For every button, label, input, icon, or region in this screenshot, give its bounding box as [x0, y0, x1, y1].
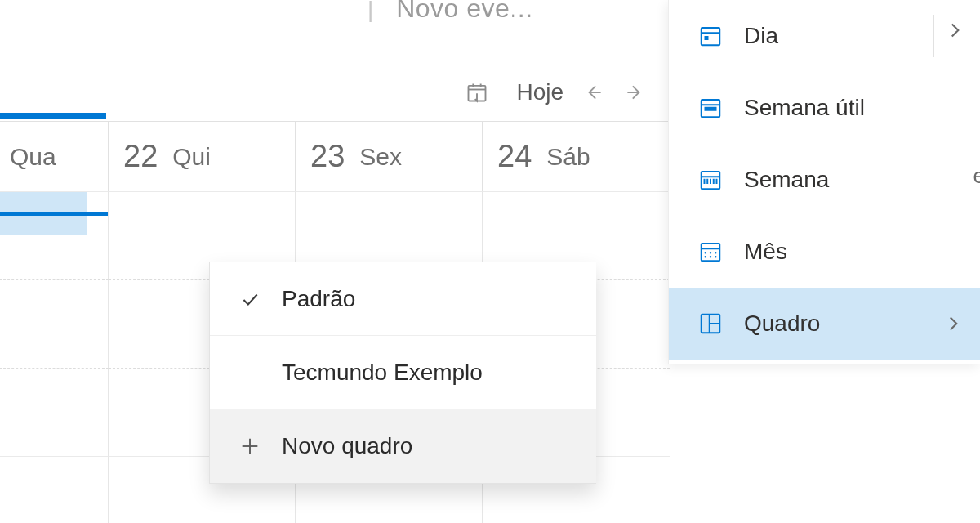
board-icon: [698, 311, 723, 336]
check-icon: [238, 288, 262, 310]
day-number: 24: [497, 139, 532, 174]
board-submenu: Padrão Tecmundo Exemplo Novo quadro: [209, 262, 596, 484]
new-event-label: Novo eve...: [396, 0, 532, 23]
submenu-item-new-board[interactable]: Novo quadro: [210, 409, 596, 483]
svg-point-24: [705, 256, 707, 258]
time-slot[interactable]: [0, 279, 109, 368]
svg-point-21: [705, 252, 707, 254]
svg-rect-11: [705, 107, 717, 111]
panel-divider: [670, 364, 980, 523]
view-item-label: Dia: [744, 23, 778, 49]
day-column-header[interactable]: 22 Qui: [109, 122, 296, 191]
day-column-header[interactable]: 23 Sex: [296, 122, 483, 191]
submenu-item-label: Padrão: [282, 286, 355, 312]
current-day-indicator: [0, 113, 106, 119]
day-abbrev: Qui: [172, 143, 211, 171]
view-item-month[interactable]: Mês: [669, 216, 980, 288]
day-number: 23: [310, 139, 345, 174]
view-item-label: Semana: [744, 167, 829, 193]
next-arrow-icon[interactable]: [624, 82, 645, 103]
submenu-item-custom[interactable]: Tecmundo Exemplo: [210, 336, 596, 409]
new-event-button[interactable]: | Novo eve...: [368, 0, 533, 24]
submenu-item-label: Novo quadro: [282, 433, 412, 459]
view-menu: Dia Semana útil Semana: [668, 0, 980, 364]
today-button[interactable]: Hoje: [516, 79, 564, 105]
chevron-right-icon: [942, 313, 964, 334]
svg-point-23: [715, 252, 717, 254]
prev-arrow-icon[interactable]: [583, 82, 604, 103]
date-nav-row: Hoje: [0, 72, 670, 113]
svg-point-22: [710, 252, 712, 254]
day-column-header[interactable]: 24 Sáb: [483, 122, 670, 191]
calendar-month-icon: [698, 239, 723, 264]
submenu-item-label: Tecmundo Exemplo: [282, 360, 483, 386]
calendar-header: Qua 22 Qui 23 Sex 24 Sáb: [0, 121, 670, 191]
day-abbrev: Qua: [10, 143, 56, 171]
svg-point-26: [715, 256, 717, 258]
svg-rect-8: [705, 36, 709, 40]
view-item-label: Quadro: [744, 311, 820, 337]
separator-icon: |: [368, 0, 374, 22]
view-item-workweek[interactable]: Semana útil: [669, 72, 980, 144]
submenu-item-default[interactable]: Padrão: [210, 262, 596, 336]
time-slot[interactable]: [0, 368, 109, 456]
day-column-header[interactable]: Qua: [0, 122, 109, 191]
view-item-label: Mês: [744, 239, 787, 265]
view-item-board[interactable]: Quadro: [669, 288, 980, 360]
calendar-today-icon[interactable]: [466, 81, 488, 104]
svg-point-25: [710, 256, 712, 258]
day-abbrev: Sex: [359, 143, 402, 171]
time-slot[interactable]: [0, 456, 109, 523]
view-item-week[interactable]: Semana: [669, 144, 980, 216]
truncated-text: e: [973, 163, 980, 189]
day-abbrev: Sáb: [546, 143, 590, 171]
plus-icon: [238, 435, 262, 458]
view-item-day[interactable]: Dia: [669, 0, 980, 72]
day-number: 22: [123, 139, 158, 174]
calendar-week-icon: [698, 168, 723, 192]
calendar-workweek-icon: [698, 96, 723, 120]
time-slot[interactable]: [0, 191, 109, 279]
calendar-day-icon: [698, 24, 723, 48]
view-item-label: Semana útil: [744, 95, 865, 121]
svg-rect-6: [702, 28, 720, 45]
